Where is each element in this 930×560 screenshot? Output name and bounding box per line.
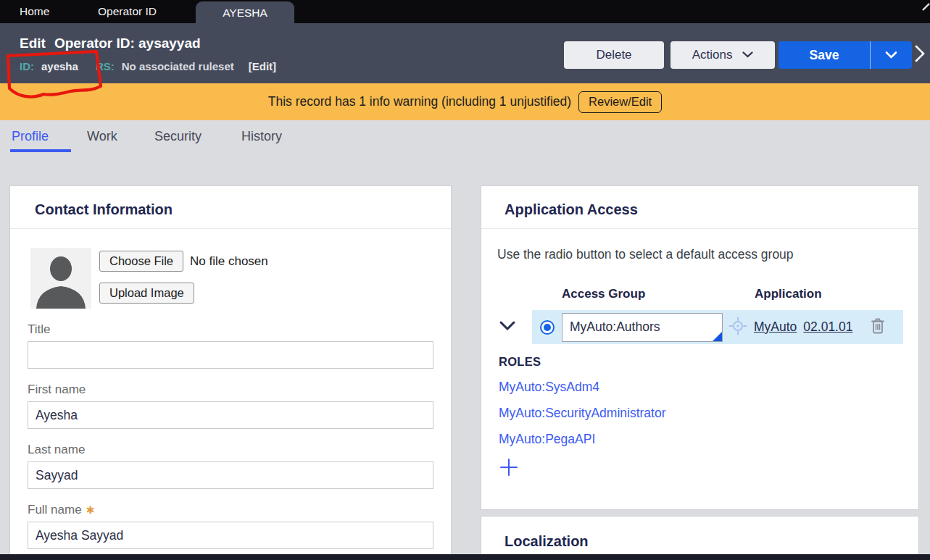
application-access-card: Application Access Use the radio button … [481,186,918,509]
title-input[interactable] [28,341,433,369]
tab-operator-id[interactable]: Operator ID [98,0,157,23]
chevron-down-icon [885,51,897,59]
review-edit-button[interactable]: Review/Edit [578,91,662,113]
title-label: Title [28,322,433,337]
tab-history[interactable]: History [241,129,282,144]
save-split-button: Save [779,41,912,69]
record-meta: ID:ayeshaRS:No associated ruleset[Edit] [20,60,276,72]
full-name-label-text: Full name [28,503,82,517]
ruleset-edit-link[interactable]: [Edit] [249,60,276,72]
trash-icon[interactable] [870,317,886,338]
upload-image-button[interactable]: Upload Image [99,283,194,304]
bottom-scroll-strip[interactable] [0,554,930,560]
role-link-security-administrator[interactable]: MyAuto:SecurityAdministrator [499,406,918,421]
full-name-label: Full name✱ [28,503,433,517]
field-last-name: Last name [28,443,433,489]
pega-operator-edit-screen: Home Operator ID AYESHA EditOperator ID:… [0,0,930,560]
access-group-autocomplete [562,313,723,342]
rs-value: No associated ruleset [122,60,234,72]
save-button[interactable]: Save [779,41,870,69]
page-title-text: Operator ID: aysayyad [54,35,201,51]
warning-bar: This record has 1 info warning (includin… [0,83,930,120]
photo-upload-section: Choose File No file chosen Upload Image [30,248,451,309]
roles-heading: ROLES [499,355,918,369]
avatar [30,248,91,309]
corner-glyph-icon [921,1,930,14]
warning-message: This record has 1 info warning (includin… [268,94,571,109]
page-title: EditOperator ID: aysayyad [20,35,201,51]
access-group-instruction: Use the radio button to select a default… [497,247,918,262]
application-link[interactable]: MyAuto [754,319,797,335]
chevron-down-icon[interactable] [499,320,516,334]
id-label: ID: [20,60,34,72]
active-tab-underline [10,149,71,152]
full-name-input[interactable] [28,522,433,549]
localization-card: Localization [481,517,918,554]
field-title: Title [28,322,433,369]
file-controls: Choose File No file chosen Upload Image [99,248,268,309]
add-access-group-icon[interactable] [499,457,519,480]
required-marker: ✱ [86,504,95,516]
top-tab-bar: Home Operator ID AYESHA [0,0,930,23]
tab-home[interactable]: Home [20,0,49,23]
tab-profile[interactable]: Profile [12,129,49,144]
last-name-input[interactable] [28,461,433,489]
application-column-header: Application [755,287,822,301]
first-name-input[interactable] [28,401,433,429]
no-file-chosen-text: No file chosen [190,254,268,269]
default-access-group-radio[interactable] [540,320,555,335]
choose-file-button[interactable]: Choose File [99,251,183,272]
localization-title: Localization [505,533,918,550]
last-name-label: Last name [28,443,433,457]
contact-information-card: Contact Information Choose File No file … [10,186,451,554]
autocomplete-corner-icon [713,332,722,341]
application-version-link[interactable]: 02.01.01 [803,319,852,335]
save-menu-button[interactable] [870,41,912,69]
field-full-name: Full name✱ [28,503,433,549]
delete-button[interactable]: Delete [564,41,664,69]
tab-ayesha-active[interactable]: AYESHA [196,1,294,23]
record-header: EditOperator ID: aysayyad ID:ayeshaRS:No… [0,23,930,83]
selected-access-group-row: MyAuto 02.01.01 [532,310,903,344]
contact-card-title: Contact Information [35,201,451,218]
actions-button[interactable]: Actions [670,41,775,69]
tab-work[interactable]: Work [87,129,117,144]
rs-label: RS: [96,60,115,72]
access-group-row: MyAuto 02.01.01 [481,310,918,344]
field-first-name: First name [28,383,433,429]
chevron-down-icon [742,51,753,58]
tab-security[interactable]: Security [154,129,202,144]
application-access-title: Application Access [505,201,918,218]
actions-button-label: Actions [692,48,733,62]
divider [10,228,451,229]
role-link-pegaapi[interactable]: MyAuto:PegaAPI [499,432,918,447]
access-group-input[interactable] [562,313,723,342]
page-title-action: Edit [20,35,46,51]
person-silhouette-icon [30,248,91,309]
expand-panel-icon[interactable] [915,44,925,66]
divider [481,228,918,229]
target-icon[interactable] [728,317,747,338]
section-tabs: Profile Work Security History [0,120,930,156]
id-value: ayesha [41,60,78,72]
access-group-column-header: Access Group [562,287,645,301]
role-link-sysadm4[interactable]: MyAuto:SysAdm4 [499,380,918,395]
first-name-label: First name [28,383,433,397]
